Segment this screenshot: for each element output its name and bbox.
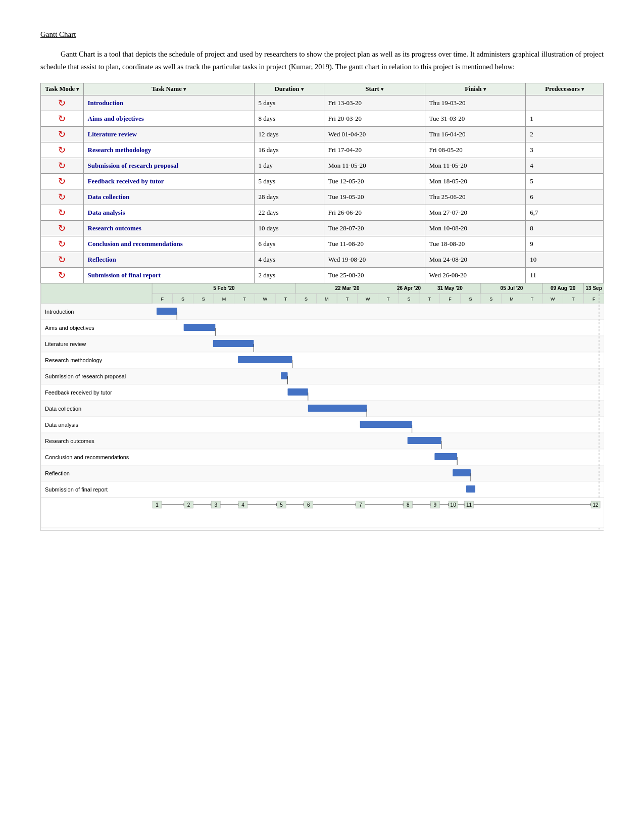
svg-rect-123 xyxy=(453,469,471,476)
svg-text:W: W xyxy=(366,297,370,302)
table-row: ↻ Feedback received by tutor 5 days Tue … xyxy=(41,174,604,189)
cell-duration: 1 day xyxy=(254,158,324,174)
cell-pred xyxy=(526,95,604,111)
cell-pred: 1 xyxy=(526,111,604,127)
svg-text:S: S xyxy=(181,297,184,302)
table-row: ↻ Submission of final report 2 days Tue … xyxy=(41,268,604,283)
svg-rect-59 xyxy=(41,283,152,304)
svg-text:T: T xyxy=(387,297,390,302)
header-task-name[interactable]: Task Name ▾ xyxy=(83,83,254,95)
cell-finish: Mon 18-05-20 xyxy=(425,174,526,189)
svg-rect-81 xyxy=(238,356,292,363)
cell-task-name: Introduction xyxy=(83,95,254,111)
cell-finish: Thu 16-04-20 xyxy=(425,127,526,142)
svg-text:W: W xyxy=(551,297,555,302)
svg-text:M: M xyxy=(325,297,329,302)
svg-rect-79 xyxy=(41,352,604,368)
cell-task-mode: ↻ xyxy=(41,252,84,268)
cell-start: Fri 17-04-20 xyxy=(324,142,425,158)
cell-task-mode: ↻ xyxy=(41,221,84,236)
table-row: ↻ Aims and objectives 8 days Fri 20-03-2… xyxy=(41,111,604,127)
table-row: ↻ Reflection 4 days Wed 19-08-20 Mon 24-… xyxy=(41,252,604,268)
svg-text:05 Jul '20: 05 Jul '20 xyxy=(501,285,523,291)
cell-finish: Wed 26-08-20 xyxy=(425,268,526,283)
svg-text:26 Apr '20: 26 Apr '20 xyxy=(397,285,421,291)
gantt-table: Task Mode ▾ Task Name ▾ Duration ▾ Start… xyxy=(40,83,604,283)
table-row: ↻ Research methodology 16 days Fri 17-04… xyxy=(41,142,604,158)
svg-text:3: 3 xyxy=(215,502,218,508)
svg-text:1: 1 xyxy=(156,502,159,508)
gantt-title: Gantt Chart xyxy=(40,30,604,39)
svg-text:Research outcomes: Research outcomes xyxy=(45,438,94,444)
svg-text:F: F xyxy=(592,297,596,302)
svg-text:22 Mar '20: 22 Mar '20 xyxy=(335,285,359,291)
header-start[interactable]: Start ▾ xyxy=(324,83,425,95)
header-duration[interactable]: Duration ▾ xyxy=(254,83,324,95)
cell-start: Tue 28-07-20 xyxy=(324,221,425,236)
cell-pred: 11 xyxy=(526,268,604,283)
svg-rect-61 xyxy=(41,304,604,320)
svg-text:Feedback received by tutor: Feedback received by tutor xyxy=(45,389,112,396)
svg-rect-93 xyxy=(288,388,308,396)
cell-task-mode: ↻ xyxy=(41,158,84,174)
svg-text:5: 5 xyxy=(280,502,283,508)
cell-task-name: Submission of research proposal xyxy=(83,158,254,174)
cell-finish: Tue 31-03-20 xyxy=(425,111,526,127)
cell-start: Tue 12-05-20 xyxy=(324,174,425,189)
cell-finish: Tue 18-08-20 xyxy=(425,236,526,252)
svg-text:T: T xyxy=(531,297,534,302)
svg-text:11: 11 xyxy=(466,502,472,508)
cell-finish: Thu 25-06-20 xyxy=(425,189,526,205)
svg-rect-75 xyxy=(213,340,254,347)
svg-text:31 May '20: 31 May '20 xyxy=(437,285,463,291)
cell-finish: Thu 19-03-20 xyxy=(425,95,526,111)
svg-rect-99 xyxy=(308,405,367,412)
svg-text:Submission of research proposa: Submission of research proposal xyxy=(45,373,126,379)
cell-task-name: Data analysis xyxy=(83,205,254,221)
cell-pred: 9 xyxy=(526,236,604,252)
table-row: ↻ Literature review 12 days Wed 01-04-20… xyxy=(41,127,604,142)
svg-text:S: S xyxy=(408,297,411,302)
svg-text:S: S xyxy=(305,297,308,302)
svg-text:S: S xyxy=(469,297,472,302)
cell-start: Wed 01-04-20 xyxy=(324,127,425,142)
cell-task-mode: ↻ xyxy=(41,95,84,111)
svg-text:M: M xyxy=(222,297,226,302)
svg-text:Submission of final report: Submission of final report xyxy=(45,486,108,493)
cell-pred: 3 xyxy=(526,142,604,158)
header-task-mode[interactable]: Task Mode ▾ xyxy=(41,83,84,95)
svg-rect-67 xyxy=(41,320,604,336)
svg-text:5 Feb '20: 5 Feb '20 xyxy=(213,285,235,291)
svg-text:Aims and objectives: Aims and objectives xyxy=(45,325,94,331)
svg-rect-105 xyxy=(360,421,412,428)
svg-rect-63 xyxy=(157,308,177,315)
cell-finish: Mon 11-05-20 xyxy=(425,158,526,174)
svg-text:12: 12 xyxy=(593,502,599,508)
table-row: ↻ Introduction 5 days Fri 13-03-20 Thu 1… xyxy=(41,95,604,111)
svg-text:M: M xyxy=(510,297,514,302)
header-predecessors[interactable]: Predecessors ▾ xyxy=(526,83,604,95)
cell-task-mode: ↻ xyxy=(41,268,84,283)
svg-text:Literature review: Literature review xyxy=(45,341,86,347)
cell-task-mode: ↻ xyxy=(41,236,84,252)
svg-rect-109 xyxy=(41,433,604,449)
cell-task-mode: ↻ xyxy=(41,174,84,189)
header-finish[interactable]: Finish ▾ xyxy=(425,83,526,95)
svg-text:09 Aug '20: 09 Aug '20 xyxy=(551,285,576,291)
table-row: ↻ Data collection 28 days Tue 19-05-20 T… xyxy=(41,189,604,205)
svg-text:2: 2 xyxy=(187,502,190,508)
cell-finish: Mon 10-08-20 xyxy=(425,221,526,236)
cell-start: Mon 11-05-20 xyxy=(324,158,425,174)
cell-duration: 5 days xyxy=(254,95,324,111)
svg-text:6: 6 xyxy=(307,502,310,508)
cell-finish: Fri 08-05-20 xyxy=(425,142,526,158)
cell-pred: 8 xyxy=(526,221,604,236)
cell-pred: 6,7 xyxy=(526,205,604,221)
cell-task-name: Conclusion and recommendations xyxy=(83,236,254,252)
svg-text:T: T xyxy=(346,297,349,302)
cell-task-name: Research outcomes xyxy=(83,221,254,236)
cell-task-name: Research methodology xyxy=(83,142,254,158)
cell-finish: Mon 27-07-20 xyxy=(425,205,526,221)
cell-task-mode: ↻ xyxy=(41,142,84,158)
cell-start: Tue 11-08-20 xyxy=(324,236,425,252)
